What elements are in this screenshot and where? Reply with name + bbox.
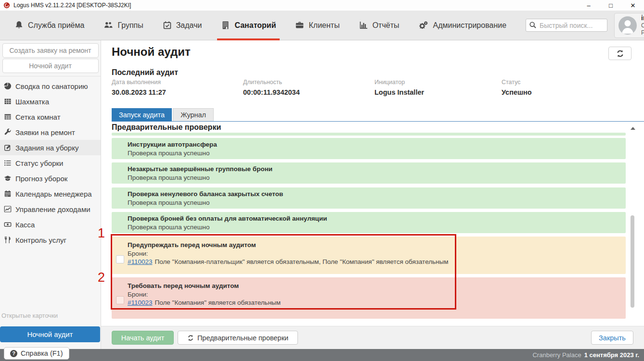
page-title: Ночной аудит xyxy=(112,45,191,59)
prechecks-button-label: Предварительные проверки xyxy=(197,334,288,342)
nav-item-front-desk[interactable]: Служба приёма xyxy=(14,11,84,40)
sidebar-item-revenue-management[interactable]: Управление доходами xyxy=(0,201,101,217)
nav-item-tasks[interactable]: Задачи xyxy=(163,11,202,40)
check-title: Предупреждать перед ночным аудитом xyxy=(128,241,621,249)
nav-item-sanatorium[interactable]: Санаторий xyxy=(221,11,276,40)
nav-label: Задачи xyxy=(176,21,202,30)
sidebar-item-room-grid[interactable]: Сетка комнат xyxy=(0,109,101,124)
nav-label: Клиенты xyxy=(309,21,339,30)
refresh-button[interactable] xyxy=(608,47,631,60)
help-button-label: Справка (F1) xyxy=(21,349,63,357)
create-repair-request-button[interactable]: Создать заявку на ремонт xyxy=(2,43,99,58)
user-panel[interactable]: installer Cranberry Palace xyxy=(614,13,644,38)
nav-label: Санаторий xyxy=(234,21,276,30)
prechecks-list: Инструкции автотрансфера Проверка прошла… xyxy=(112,133,626,322)
wrench-icon xyxy=(4,128,12,136)
scroll-up-arrow-icon[interactable] xyxy=(631,127,635,130)
minimize-button[interactable]: – xyxy=(578,0,600,11)
check-item-success: Незакрытые завершённые групповые брони П… xyxy=(112,162,626,184)
tab-run-audit[interactable]: Запуск аудита xyxy=(112,108,172,121)
vertical-scrollbar[interactable] xyxy=(629,127,636,359)
gears-icon xyxy=(418,21,428,30)
sidebar-item-cleaning-status[interactable]: Статус уборки xyxy=(0,155,101,171)
sidebar-item-cleaning-tasks[interactable]: Задания на уборку xyxy=(0,140,101,155)
tab-journal[interactable]: Журнал xyxy=(173,108,214,121)
nav-label: Администрирование xyxy=(433,21,506,30)
sidebar-item-manager-calendar[interactable]: Календарь менеджера xyxy=(0,186,101,201)
logus-hms-window: Logus HMS v2.11.2.224 [DESKTOP-38SJ2KI] … xyxy=(0,0,644,361)
night-audit-button[interactable]: Ночной аудит xyxy=(2,59,99,73)
sidebar-item-service-control[interactable]: Контроль услуг xyxy=(0,232,101,248)
graduation-cap-icon xyxy=(4,174,12,182)
utensils-icon xyxy=(4,236,12,244)
field-value: Logus Installer xyxy=(374,88,424,96)
sidebar-item-cleaning-forecast[interactable]: Прогноз уборок xyxy=(0,171,101,186)
error-checkbox[interactable] xyxy=(116,296,124,304)
sidebar-item-sanatorium-summary[interactable]: Сводка по санаторию xyxy=(0,78,101,94)
check-message: Поле "Компания" является обязательным xyxy=(155,299,281,306)
booking-link[interactable]: #110023 xyxy=(128,299,153,306)
pie-chart-icon xyxy=(4,82,12,90)
bell-icon xyxy=(14,21,24,30)
main-content: Ночной аудит Последний аудит Дата выполн… xyxy=(101,40,644,349)
warning-checkbox[interactable] xyxy=(116,255,124,263)
user-name: installer xyxy=(641,14,644,23)
field-duration: Длительность 00:00:11.9342034 xyxy=(243,79,300,96)
maximize-button[interactable]: □ xyxy=(600,0,622,11)
list-icon xyxy=(4,159,12,167)
check-item-partial xyxy=(112,133,626,136)
sidebar-item-label: Касса xyxy=(15,221,35,229)
sidebar-item-label: Сводка по санаторию xyxy=(15,82,88,90)
sidebar-item-chessboard[interactable]: Шахматка xyxy=(0,94,101,109)
window-controls: – □ ✕ xyxy=(578,0,644,11)
check-group-label: Брони: xyxy=(128,291,621,298)
help-button[interactable]: ? Справка (F1) xyxy=(4,347,69,360)
sidebar-divider xyxy=(0,76,101,76)
user-property: Cranberry Palace xyxy=(641,22,644,37)
calendar-check-icon xyxy=(163,21,172,30)
search-input[interactable] xyxy=(526,19,607,32)
scrollbar-thumb[interactable] xyxy=(631,215,634,308)
question-icon: ? xyxy=(10,350,17,357)
refresh-icon xyxy=(187,335,194,341)
building-icon xyxy=(221,21,230,30)
sidebar: Создать заявку на ремонт Ночной аудит Св… xyxy=(0,40,101,349)
nav-item-reports[interactable]: Отчёты xyxy=(359,11,399,40)
check-detail-row: #110023Поле "Компания-плательщик" являет… xyxy=(128,258,621,265)
nav-item-administration[interactable]: Администрирование xyxy=(418,11,506,40)
field-value: Успешно xyxy=(502,88,532,96)
nav-label: Служба приёма xyxy=(28,21,84,30)
close-window-button[interactable]: ✕ xyxy=(622,0,644,11)
field-label: Длительность xyxy=(243,79,300,86)
sidebar-item-label: Контроль услуг xyxy=(15,236,66,244)
quick-search xyxy=(526,19,607,32)
check-item-error: Требовать перед ночным аудитом Брони: #1… xyxy=(112,277,626,319)
nav-item-groups[interactable]: Группы xyxy=(103,11,143,40)
sidebar-item-label: Задания на уборку xyxy=(15,144,78,152)
prechecks-button[interactable]: Предварительные проверки xyxy=(178,331,298,345)
last-audit-heading: Последний аудит xyxy=(112,68,178,77)
field-label: Дата выполнения xyxy=(112,79,166,86)
booking-link[interactable]: #110023 xyxy=(128,258,153,265)
check-group-label: Брони: xyxy=(128,250,621,257)
check-status: Проверка прошла успешно xyxy=(128,224,621,231)
check-status: Проверка прошла успешно xyxy=(128,174,621,181)
sidebar-item-repair-requests[interactable]: Заявки на ремонт xyxy=(0,124,101,140)
open-card-night-audit-button[interactable]: Ночной аудит xyxy=(0,326,100,342)
nav-item-clients[interactable]: Клиенты xyxy=(295,11,339,40)
close-button[interactable]: Закрыть xyxy=(591,331,633,345)
sidebar-item-label: Заявки на ремонт xyxy=(15,128,75,137)
sidebar-item-label: Статус уборки xyxy=(15,159,63,167)
app-logo-icon xyxy=(3,2,10,9)
chart-line-icon xyxy=(4,205,12,213)
check-title: Требовать перед ночным аудитом xyxy=(128,282,621,289)
search-icon xyxy=(529,21,537,29)
pencil-square-icon xyxy=(4,144,12,151)
check-detail-row: #110023Поле "Компания" является обязател… xyxy=(128,299,621,306)
nav-label: Группы xyxy=(117,21,143,30)
statusbar-property: Cranberry Palace xyxy=(532,351,581,359)
briefcase-icon xyxy=(295,21,304,30)
sidebar-item-cashdesk[interactable]: Касса xyxy=(0,217,101,232)
titlebar: Logus HMS v2.11.2.224 [DESKTOP-38SJ2KI] … xyxy=(0,0,644,11)
start-audit-button[interactable]: Начать аудит xyxy=(112,331,174,345)
